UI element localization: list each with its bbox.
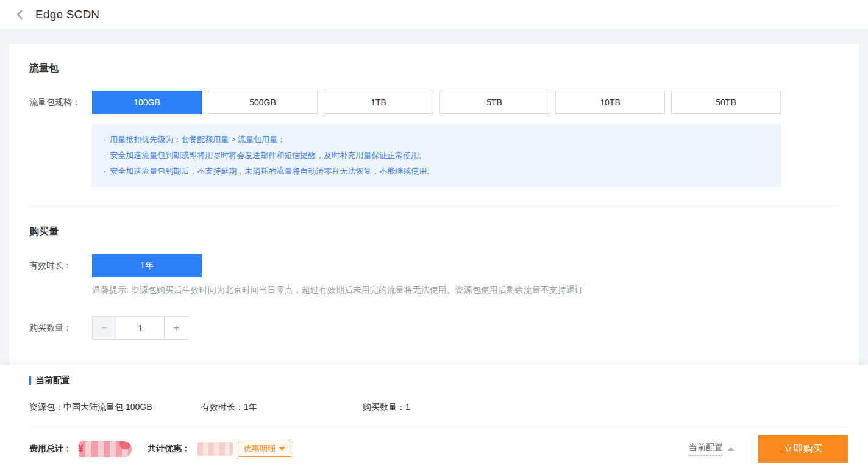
config-value: 1: [405, 402, 410, 412]
duration-label: 有效时长：: [29, 254, 92, 271]
duration-row: 有效时长： 1年: [29, 254, 839, 277]
purchase-card: 流量包 流量包规格： 100GB 500GB 1TB 5TB 10TB 50TB…: [9, 44, 859, 365]
duration-option-1year[interactable]: 1年: [92, 254, 202, 277]
price-redacted-mask: [79, 441, 132, 457]
usage-note: · 安全加速流量包到期或即将用尽时将会发送邮件和短信提醒，及时补充用量保证正常使…: [103, 148, 770, 163]
package-option-1tb[interactable]: 1TB: [324, 91, 433, 114]
accent-bar: [29, 376, 31, 385]
currency-symbol: ¥: [78, 443, 84, 454]
config-value: 中国大陆流量包 100GB: [63, 402, 152, 412]
chevron-up-icon: [727, 447, 735, 451]
config-item-package: 资源包：中国大陆流量包 100GB: [29, 402, 201, 413]
section-title-purchase-amount: 购买量: [29, 207, 839, 238]
page-title: Edge SCDN: [35, 8, 99, 21]
package-spec-label: 流量包规格：: [29, 91, 92, 108]
summary-panel: 当前配置 资源包：中国大陆流量包 100GB 有效时长：1年 购买数量：1 费用…: [0, 365, 868, 472]
top-bar: Edge SCDN: [0, 0, 868, 29]
usage-note: · 用量抵扣优先级为：套餐配额用量 > 流量包用量；: [103, 132, 770, 148]
bullet-icon: ·: [103, 163, 105, 179]
discount-label: 共计优惠：: [148, 443, 190, 454]
total-price: ¥: [78, 441, 132, 457]
current-config-row: 资源包：中国大陆流量包 100GB 有效时长：1年 购买数量：1: [29, 402, 848, 413]
config-item-quantity: 购买数量：1: [363, 402, 410, 413]
buy-now-button[interactable]: 立即购买: [758, 435, 848, 463]
bullet-icon: ·: [103, 148, 105, 163]
bullet-icon: ·: [103, 132, 105, 148]
config-value: 1年: [244, 402, 257, 412]
usage-note-text: 用量抵扣优先级为：套餐配额用量 > 流量包用量；: [110, 132, 285, 148]
package-option-5tb[interactable]: 5TB: [439, 91, 549, 114]
config-label: 购买数量：: [363, 402, 405, 412]
quantity-increase-button[interactable]: +: [164, 316, 188, 340]
quantity-row: 购买数量： − +: [29, 316, 839, 340]
current-config-header: 当前配置: [29, 365, 848, 386]
usage-note-text: 安全加速流量包到期或即将用尽时将会发送邮件和短信提醒，及时补充用量保证正常使用;: [110, 148, 421, 163]
config-item-duration: 有效时长：1年: [201, 402, 363, 413]
duration-hint: 温馨提示: 资源包购买后生效时间为北京时间当日零点，超过有效期后未用完的流量将无…: [92, 285, 839, 296]
duration-option-group: 1年: [92, 254, 202, 277]
package-option-100gb[interactable]: 100GB: [92, 91, 202, 114]
quantity-label: 购买数量：: [29, 316, 92, 334]
usage-note-text: 安全加速流量包到期后，不支持延期，未消耗的流量将自动清零且无法恢复，不能继续使用…: [110, 163, 429, 179]
current-config-toggle[interactable]: 当前配置: [689, 442, 735, 456]
usage-note: · 安全加速流量包到期后，不支持延期，未消耗的流量将自动清零且无法恢复，不能继续…: [103, 163, 770, 179]
chevron-down-icon: [279, 447, 285, 451]
config-label: 资源包：: [29, 402, 63, 412]
package-option-500gb[interactable]: 500GB: [208, 91, 318, 114]
section-title-traffic-package: 流量包: [29, 44, 839, 75]
package-option-10tb[interactable]: 10TB: [555, 91, 665, 114]
package-spec-row: 流量包规格： 100GB 500GB 1TB 5TB 10TB 50TB: [29, 91, 839, 114]
config-toggle-label: 当前配置: [689, 442, 723, 456]
package-option-50tb[interactable]: 50TB: [671, 91, 781, 114]
total-cost-label: 费用总计：: [29, 443, 72, 454]
checkout-bar: 费用总计： ¥ 共计优惠： 优惠明细 当前配置 立即购买: [29, 427, 848, 470]
config-label: 有效时长：: [201, 402, 244, 412]
usage-notes-box: · 用量抵扣优先级为：套餐配额用量 > 流量包用量； · 安全加速流量包到期或即…: [92, 124, 781, 187]
package-option-group: 100GB 500GB 1TB 5TB 10TB 50TB: [92, 91, 781, 114]
current-config-title: 当前配置: [36, 375, 70, 386]
discount-redacted-mask: [197, 442, 233, 456]
discount-detail-label: 优惠明细: [244, 443, 276, 454]
quantity-input[interactable]: [116, 316, 165, 340]
discount-detail-button[interactable]: 优惠明细: [238, 442, 291, 457]
back-icon[interactable]: [13, 8, 27, 21]
quantity-stepper: − +: [92, 316, 188, 340]
quantity-decrease-button[interactable]: −: [92, 316, 116, 340]
